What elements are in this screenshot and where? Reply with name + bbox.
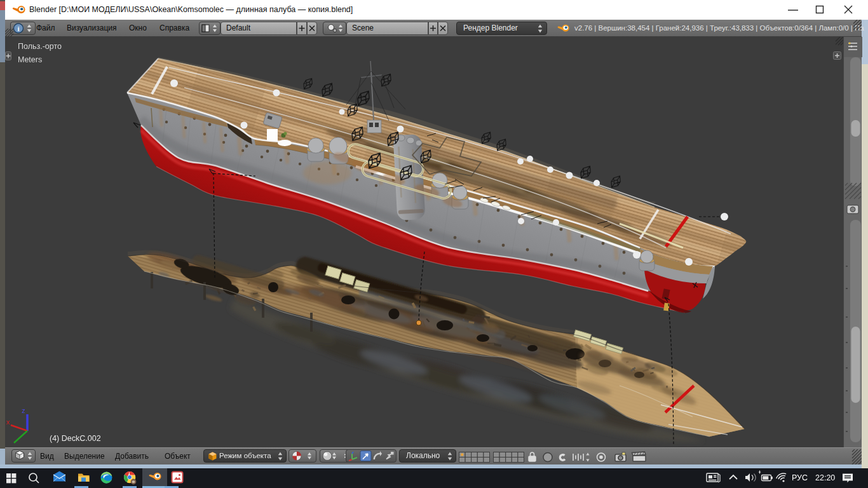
svg-text:Польз.-орто: Польз.-орто [18, 42, 62, 51]
svg-text:i: i [17, 25, 19, 32]
svg-text:РУС: РУС [792, 473, 808, 482]
svg-text:(4) DeckC.002: (4) DeckC.002 [50, 434, 101, 443]
svg-text:x: x [6, 418, 10, 426]
svg-text:22:20: 22:20 [815, 473, 835, 482]
svg-text:z: z [22, 407, 25, 414]
svg-text:Meters: Meters [18, 55, 42, 64]
